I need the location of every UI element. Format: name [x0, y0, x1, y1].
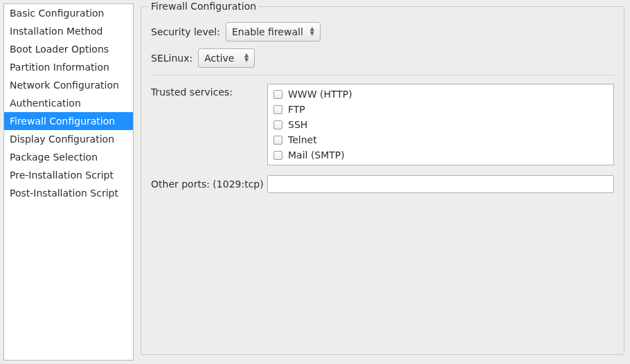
checkbox-icon[interactable] — [273, 90, 282, 99]
app-root: Basic Configuration Installation Method … — [0, 0, 630, 364]
sidebar-item-pre-installation-script[interactable]: Pre-Installation Script — [4, 166, 133, 184]
service-label: WWW (HTTP) — [288, 89, 352, 100]
service-ftp[interactable]: FTP — [268, 102, 613, 117]
security-level-label: Security level: — [151, 26, 220, 37]
service-telnet[interactable]: Telnet — [268, 132, 613, 147]
sidebar-item-firewall-configuration[interactable]: Firewall Configuration — [4, 112, 133, 130]
security-level-row: Security level: Enable firewall ▲▼ — [151, 22, 614, 42]
sidebar-item-display-configuration[interactable]: Display Configuration — [4, 130, 133, 148]
service-www-http[interactable]: WWW (HTTP) — [268, 87, 613, 102]
sidebar-item-authentication[interactable]: Authentication — [4, 94, 133, 112]
sidebar-item-network-configuration[interactable]: Network Configuration — [4, 76, 133, 94]
sidebar-item-installation-method[interactable]: Installation Method — [4, 22, 133, 40]
sidebar-item-partition-information[interactable]: Partition Information — [4, 58, 133, 76]
updown-icon: ▲▼ — [310, 27, 314, 37]
other-ports-label: Other ports: (1029:tcp) — [151, 179, 267, 190]
sidebar-item-boot-loader-options[interactable]: Boot Loader Options — [4, 40, 133, 58]
service-ssh[interactable]: SSH — [268, 117, 613, 132]
group-title: Firewall Configuration — [148, 1, 259, 12]
checkbox-icon[interactable] — [273, 151, 282, 160]
trusted-services-list: WWW (HTTP) FTP SSH Telnet — [267, 84, 614, 165]
security-level-combo[interactable]: Enable firewall ▲▼ — [226, 22, 321, 42]
checkbox-icon[interactable] — [273, 105, 282, 114]
sidebar-item-package-selection[interactable]: Package Selection — [4, 148, 133, 166]
service-label: FTP — [288, 104, 305, 115]
selinux-value: Active — [204, 53, 234, 64]
main-panel: Firewall Configuration Security level: E… — [134, 0, 630, 364]
selinux-label: SELinux: — [151, 53, 192, 64]
trusted-services-section: Trusted services: WWW (HTTP) FTP SSH — [151, 84, 614, 165]
separator — [151, 75, 614, 75]
selinux-row: SELinux: Active ▲▼ — [151, 48, 614, 68]
updown-icon: ▲▼ — [244, 53, 249, 63]
sidebar-item-basic-configuration[interactable]: Basic Configuration — [4, 4, 133, 22]
service-mail-smtp[interactable]: Mail (SMTP) — [268, 147, 613, 163]
service-label: Mail (SMTP) — [288, 149, 345, 161]
other-ports-row: Other ports: (1029:tcp) — [151, 175, 614, 193]
checkbox-icon[interactable] — [273, 136, 282, 145]
service-label: Telnet — [288, 134, 317, 145]
trusted-services-label: Trusted services: — [151, 84, 267, 98]
selinux-combo[interactable]: Active ▲▼ — [198, 48, 255, 68]
service-label: SSH — [288, 119, 307, 130]
sidebar-item-post-installation-script[interactable]: Post-Installation Script — [4, 184, 133, 202]
firewall-groupbox: Firewall Configuration Security level: E… — [141, 6, 624, 355]
security-level-value: Enable firewall — [232, 26, 303, 37]
other-ports-input[interactable] — [267, 175, 614, 193]
checkbox-icon[interactable] — [273, 120, 282, 129]
sidebar: Basic Configuration Installation Method … — [3, 3, 134, 361]
